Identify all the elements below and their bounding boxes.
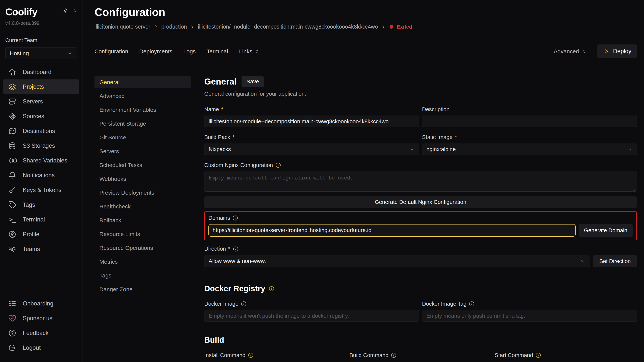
logout-icon <box>8 344 16 352</box>
docker-image-tag-input[interactable] <box>422 310 637 322</box>
section-title-general: General <box>204 76 237 87</box>
sidebar-item-sponsor[interactable]: Sponsor us <box>4 311 79 326</box>
status-badge: Exited <box>396 23 412 30</box>
direction-select[interactable]: Allow www & non-www. <box>204 255 590 267</box>
build-pack-select[interactable]: Nixpacks <box>204 144 419 155</box>
subnav-item-resource-operations[interactable]: Resource Operations <box>94 242 191 254</box>
subnav-item-advanced[interactable]: Advanced <box>94 90 191 102</box>
breadcrumb-application[interactable]: illicitestonion/-module--decomposition:m… <box>198 23 378 30</box>
braces-x-icon: (x) <box>8 157 16 164</box>
help-circle-icon <box>8 329 16 337</box>
name-input[interactable] <box>204 116 419 127</box>
deploy-button[interactable]: Deploy <box>597 44 637 58</box>
home-icon <box>8 68 16 76</box>
static-image-label: Static Image* <box>422 134 637 141</box>
server-icon <box>8 98 16 105</box>
status-dot <box>390 25 393 29</box>
user-circle-icon <box>8 230 16 238</box>
breadcrumb-project[interactable]: illicitonion quote server <box>94 23 150 30</box>
domains-section: Domains https://illicitonion-quote-serve… <box>204 211 637 241</box>
sidebar-item-notifications[interactable]: Notifications <box>4 168 79 183</box>
tab-terminal[interactable]: Terminal <box>207 48 228 55</box>
start-command-label: Start Command <box>495 352 637 359</box>
subnav-item-rollback[interactable]: Rollback <box>94 214 191 226</box>
subnav-item-preview-deployments[interactable]: Preview Deployments <box>94 186 191 199</box>
subnav-item-general[interactable]: General <box>94 76 191 88</box>
docker-image-label: Docker Image <box>204 300 419 308</box>
sidebar-item-destinations[interactable]: Destinations <box>4 124 79 138</box>
subnav-item-tags[interactable]: Tags <box>94 269 191 281</box>
instance-switcher-chevrons-icon[interactable] <box>72 8 77 13</box>
subnav-item-persistent-storage[interactable]: Persistent Storage <box>94 117 191 130</box>
key-icon <box>8 186 16 194</box>
sidebar-footer: Onboarding Sponsor us Feedback Logout <box>4 296 79 355</box>
section-description: General configuration for your applicati… <box>204 90 637 98</box>
sidebar-item-sources[interactable]: Sources <box>4 109 79 124</box>
info-icon[interactable] <box>391 352 396 358</box>
subnav-item-healthcheck[interactable]: Healthcheck <box>94 200 191 212</box>
subnav-item-webhooks[interactable]: Webhooks <box>94 173 191 185</box>
subnav-item-environment-variables[interactable]: Environment Variables <box>94 104 191 116</box>
info-icon[interactable] <box>275 162 281 168</box>
sidebar-item-feedback[interactable]: Feedback <box>4 326 79 341</box>
team-select[interactable]: Hosting <box>5 47 77 59</box>
text-caret <box>308 227 308 234</box>
brand-logo: Coolify <box>5 6 37 18</box>
config-subnav: General Advanced Environment Variables P… <box>94 76 191 362</box>
docker-image-input[interactable] <box>204 310 419 322</box>
sidebar-item-projects[interactable]: Projects <box>4 79 79 94</box>
sidebar-item-profile[interactable]: Profile <box>4 227 79 242</box>
sidebar-item-keys-tokens[interactable]: Keys & Tokens <box>4 183 79 197</box>
subnav-item-servers[interactable]: Servers <box>94 145 191 157</box>
sidebar-item-teams[interactable]: Teams <box>4 242 79 257</box>
info-icon[interactable] <box>233 246 238 252</box>
sidebar-nav: Dashboard Projects Servers Sources Desti… <box>4 65 79 257</box>
app-version: v4.0.0-beta.399 <box>5 20 79 26</box>
sidebar-item-dashboard[interactable]: Dashboard <box>4 65 79 79</box>
brand-row: Coolify <box>4 6 79 18</box>
sidebar-item-shared-variables[interactable]: (x) Shared Variables <box>4 153 79 168</box>
nginx-config-textarea[interactable] <box>204 172 637 192</box>
sidebar-item-onboarding[interactable]: Onboarding <box>4 296 79 311</box>
domains-input[interactable]: https://illicitonion-quote-server-fronte… <box>208 224 576 237</box>
subnav-item-metrics[interactable]: Metrics <box>94 256 191 268</box>
generate-domain-button[interactable]: Generate Domain <box>579 224 633 237</box>
subnav-item-git-source[interactable]: Git Source <box>94 131 191 143</box>
breadcrumb-environment[interactable]: production <box>161 23 187 30</box>
subnav-item-scheduled-tasks[interactable]: Scheduled Tasks <box>94 159 191 171</box>
docker-image-tag-label: Docker Image Tag <box>422 300 637 308</box>
sidebar-item-terminal[interactable]: >_ Terminal <box>4 212 79 227</box>
main-content: Configuration illicitonion quote server … <box>83 0 644 362</box>
current-team-label: Current Team <box>5 37 79 44</box>
tab-logs[interactable]: Logs <box>184 48 196 55</box>
sidebar-item-servers[interactable]: Servers <box>4 94 79 109</box>
tab-links[interactable]: Links <box>239 48 260 55</box>
info-icon[interactable] <box>535 352 541 358</box>
chevron-right-icon <box>153 24 158 29</box>
static-image-select[interactable]: nginx:alpine <box>422 144 637 155</box>
description-input[interactable] <box>422 116 637 127</box>
bell-icon <box>8 171 16 179</box>
info-icon[interactable] <box>232 215 238 221</box>
tab-deployments[interactable]: Deployments <box>139 48 172 55</box>
save-button[interactable]: Save <box>242 76 264 87</box>
chevron-right-icon <box>190 24 195 29</box>
resize-grip-icon[interactable] <box>632 188 636 191</box>
info-icon[interactable] <box>268 286 274 292</box>
tab-configuration[interactable]: Configuration <box>94 48 128 55</box>
subnav-item-resource-limits[interactable]: Resource Limits <box>94 228 191 240</box>
generate-nginx-button[interactable]: Generate Default Nginx Configuration <box>204 196 637 208</box>
info-icon[interactable] <box>469 301 474 307</box>
sidebar-item-tags[interactable]: Tags <box>4 197 79 212</box>
advanced-toggle[interactable]: Advanced <box>554 48 587 55</box>
build-heading: Build <box>204 335 637 345</box>
info-icon[interactable] <box>248 352 254 358</box>
users-icon <box>8 245 16 253</box>
sidebar-item-s3-storages[interactable]: S3 Storages <box>4 138 79 153</box>
set-direction-button[interactable]: Set Direction <box>593 255 637 267</box>
sidebar-item-logout[interactable]: Logout <box>4 341 79 355</box>
subnav-item-danger-zone[interactable]: Danger Zone <box>94 283 191 295</box>
info-icon[interactable] <box>241 301 247 307</box>
theme-toggle-sun-icon[interactable] <box>62 8 68 14</box>
map-icon <box>8 127 16 135</box>
